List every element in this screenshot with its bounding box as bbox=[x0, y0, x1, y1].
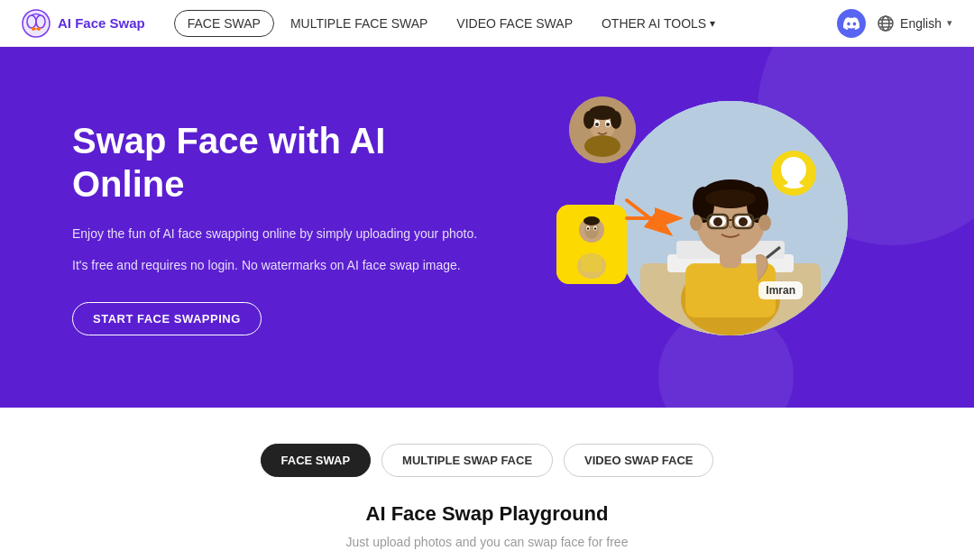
tab-video-swap-face[interactable]: VIDEO SWAP FACE bbox=[564, 444, 713, 477]
nav-right: English ▾ bbox=[837, 9, 952, 38]
chevron-down-icon: ▾ bbox=[947, 17, 952, 29]
svg-point-42 bbox=[705, 189, 756, 207]
hero-desc2: It's free and requires no login. No wate… bbox=[72, 255, 487, 275]
svg-point-26 bbox=[587, 227, 589, 229]
logo-text: AI Face Swap bbox=[58, 15, 145, 31]
svg-point-48 bbox=[739, 217, 748, 226]
svg-point-19 bbox=[583, 111, 594, 129]
svg-point-20 bbox=[611, 111, 621, 129]
bottom-section: FACE SWAP MULTIPLE SWAP FACE VIDEO SWAP … bbox=[0, 408, 974, 560]
small-face-top bbox=[569, 96, 636, 163]
svg-point-13 bbox=[584, 135, 620, 157]
hero-content: Swap Face with AI Online Enjoy the fun o… bbox=[72, 119, 487, 335]
nav-video-face-swap[interactable]: VIDEO FACE SWAP bbox=[444, 11, 585, 36]
nav-multiple-face-swap[interactable]: MULTIPLE FACE SWAP bbox=[278, 11, 440, 36]
nav-face-swap[interactable]: FACE SWAP bbox=[174, 10, 274, 37]
tab-face-swap[interactable]: FACE SWAP bbox=[261, 444, 372, 477]
name-label: Imran bbox=[758, 281, 803, 299]
tab-row: FACE SWAP MULTIPLE SWAP FACE VIDEO SWAP … bbox=[261, 444, 714, 477]
navbar: AI Face Swap FACE SWAP MULTIPLE FACE SWA… bbox=[0, 0, 974, 47]
nav-other-ai-tools[interactable]: OTHER AI TOOLS ▾ bbox=[589, 11, 728, 36]
hero-section: Swap Face with AI Online Enjoy the fun o… bbox=[0, 47, 974, 408]
chevron-down-icon: ▾ bbox=[710, 17, 715, 30]
hero-illustration: Imran bbox=[487, 83, 902, 372]
hero-desc1: Enjoy the fun of AI face swapping online… bbox=[72, 224, 487, 243]
section-subtitle: Just upload photos and you can swap face… bbox=[346, 535, 629, 549]
section-title: AI Face Swap Playground bbox=[366, 502, 609, 526]
svg-point-44 bbox=[758, 215, 771, 231]
svg-point-17 bbox=[606, 123, 610, 126]
svg-point-16 bbox=[595, 123, 599, 126]
snap-card-svg bbox=[556, 205, 627, 284]
logo[interactable]: AI Face Swap bbox=[22, 9, 145, 38]
nav-links: FACE SWAP MULTIPLE FACE SWAP VIDEO FACE … bbox=[174, 10, 837, 37]
start-face-swapping-button[interactable]: START FACE SWAPPING bbox=[72, 302, 262, 335]
arrows-svg bbox=[618, 182, 708, 254]
face-circle-top bbox=[569, 96, 636, 163]
discord-button[interactable] bbox=[837, 9, 866, 38]
face-svg-top bbox=[569, 96, 636, 163]
svg-point-27 bbox=[594, 227, 596, 229]
discord-icon bbox=[843, 17, 859, 30]
svg-point-28 bbox=[583, 216, 600, 225]
svg-rect-30 bbox=[582, 254, 602, 272]
language-label: English bbox=[900, 16, 942, 31]
svg-point-47 bbox=[713, 217, 722, 226]
tab-multiple-swap-face[interactable]: MULTIPLE SWAP FACE bbox=[381, 444, 553, 477]
language-selector[interactable]: English ▾ bbox=[877, 14, 952, 32]
snap-card bbox=[556, 205, 627, 284]
hero-title: Swap Face with AI Online bbox=[72, 119, 487, 206]
globe-icon bbox=[877, 14, 895, 32]
logo-icon bbox=[22, 9, 51, 38]
snap-card-element bbox=[556, 205, 627, 284]
